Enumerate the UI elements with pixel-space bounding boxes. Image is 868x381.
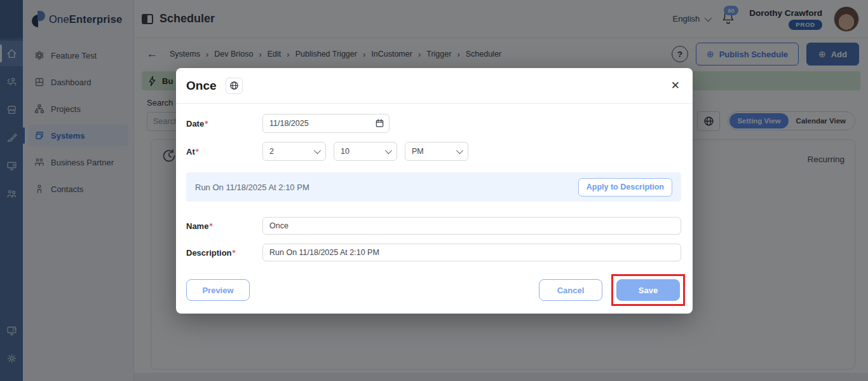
description-label: Description*: [186, 248, 262, 258]
time-field-row: At* 2 10 PM: [186, 142, 681, 161]
required-marker: *: [209, 221, 212, 231]
modal-title: Once: [186, 79, 217, 93]
meridiem-value: PM: [412, 147, 424, 156]
minute-select[interactable]: 10: [334, 142, 397, 161]
date-field-row: Date*: [186, 114, 681, 133]
globe-icon: [229, 81, 239, 90]
chevron-down-icon: [385, 147, 392, 154]
name-field-row: Name*: [186, 217, 681, 235]
meridiem-select[interactable]: PM: [405, 142, 468, 161]
modal-footer: Preview Cancel Save: [176, 270, 693, 306]
minute-value: 10: [341, 147, 349, 156]
once-schedule-modal: Once ✕ Date* At* 2 10 PM: [176, 68, 693, 314]
name-label: Name*: [186, 221, 262, 231]
description-input[interactable]: [262, 244, 681, 261]
save-button[interactable]: Save: [616, 279, 680, 301]
name-input[interactable]: [262, 217, 681, 235]
hour-select[interactable]: 2: [262, 142, 326, 161]
hour-value: 2: [269, 147, 274, 156]
modal-body: Date* At* 2 10 PM Run On 11/18/2025 At 2…: [176, 104, 693, 261]
preview-button[interactable]: Preview: [186, 279, 250, 301]
required-marker: *: [205, 119, 208, 128]
at-label: At*: [186, 147, 262, 156]
required-marker: *: [233, 248, 236, 258]
date-input[interactable]: [262, 114, 390, 133]
run-summary-bar: Run On 11/18/2025 At 2:10 PM Apply to De…: [186, 172, 681, 202]
chevron-down-icon: [456, 147, 463, 154]
close-icon[interactable]: ✕: [671, 80, 680, 91]
save-highlight-annotation: Save: [611, 274, 685, 306]
run-summary-text: Run On 11/18/2025 At 2:10 PM: [195, 183, 309, 192]
date-label: Date*: [186, 119, 262, 128]
calendar-icon[interactable]: [375, 118, 384, 128]
timezone-globe-button[interactable]: [226, 78, 243, 94]
description-field-row: Description*: [186, 244, 681, 261]
chevron-down-icon: [314, 147, 321, 154]
modal-header: Once ✕: [176, 68, 693, 104]
apply-to-description-button[interactable]: Apply to Description: [578, 178, 672, 197]
cancel-button[interactable]: Cancel: [539, 279, 602, 301]
required-marker: *: [196, 147, 199, 156]
